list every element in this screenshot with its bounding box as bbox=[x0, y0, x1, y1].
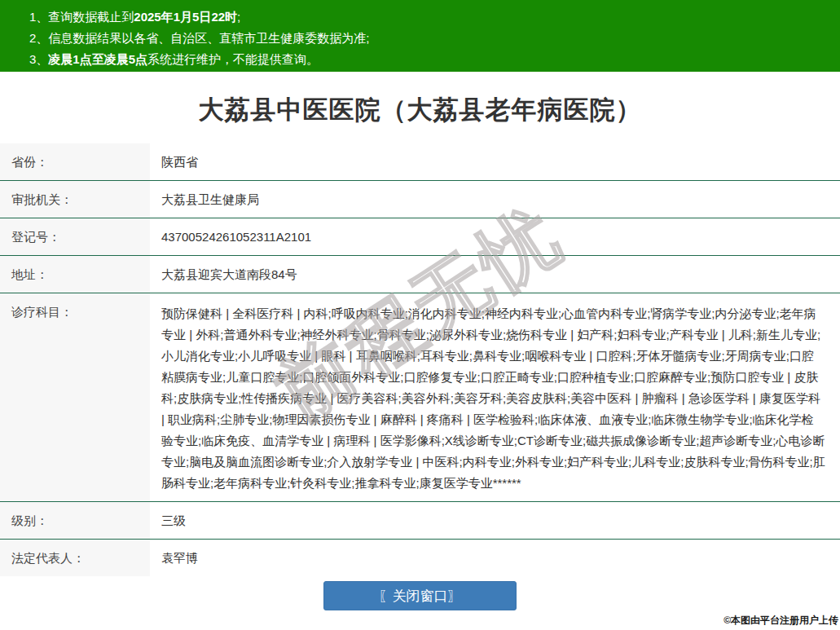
field-label: 登记号： bbox=[0, 218, 150, 255]
upload-caption-watermark: ©本图由平台注册用户上传 bbox=[723, 614, 838, 628]
table-row-treatment-subjects: 诊疗科目： 预防保健科 | 全科医疗科 | 内科;呼吸内科专业;消化内科专业;神… bbox=[0, 293, 840, 502]
field-label: 审批机关： bbox=[0, 181, 150, 218]
table-row-registration-number: 登记号： 43700524261052311A2101 bbox=[0, 218, 840, 256]
field-label: 省份： bbox=[0, 143, 150, 180]
button-area: 〖关闭窗口〗 bbox=[0, 581, 840, 610]
field-value: 袁罕博 bbox=[150, 540, 840, 576]
close-window-button[interactable]: 〖关闭窗口〗 bbox=[323, 581, 517, 610]
notice-1-text: 1、查询数据截止到 bbox=[29, 10, 134, 24]
notice-line-1: 1、查询数据截止到2025年1月5日22时; bbox=[29, 7, 832, 28]
field-label: 诊疗科目： bbox=[0, 293, 150, 501]
notice-bar: 1、查询数据截止到2025年1月5日22时; 2、信息数据结果以各省、自治区、直… bbox=[0, 0, 840, 72]
field-value: 预防保健科 | 全科医疗科 | 内科;呼吸内科专业;消化内科专业;神经内科专业;… bbox=[150, 293, 840, 501]
notice-1-end: ; bbox=[237, 10, 240, 24]
notice-2-text: 2、信息数据结果以各省、自治区、直辖市卫生健康委数据为准; bbox=[29, 31, 370, 45]
field-label: 法定代表人： bbox=[0, 540, 150, 576]
notice-line-3: 3、凌晨1点至凌晨5点系统进行维护，不能提供查询。 bbox=[29, 49, 832, 70]
page-title: 大荔县中医医院（大荔县老年病医院） bbox=[0, 93, 840, 127]
field-label: 地址： bbox=[0, 256, 150, 293]
notice-1-bold: 2025年1月5日22时 bbox=[134, 10, 237, 24]
hospital-info-table: 省份： 陕西省 审批机关： 大荔县卫生健康局 登记号： 437005242610… bbox=[0, 143, 840, 576]
field-value: 大荔县迎宾大道南段84号 bbox=[150, 256, 840, 293]
table-row-approval-authority: 审批机关： 大荔县卫生健康局 bbox=[0, 181, 840, 218]
field-value: 大荔县卫生健康局 bbox=[150, 181, 840, 218]
table-row-level: 级别： 三级 bbox=[0, 502, 840, 540]
table-row-legal-representative: 法定代表人： 袁罕博 bbox=[0, 540, 840, 576]
field-value: 三级 bbox=[150, 502, 840, 539]
field-label: 级别： bbox=[0, 502, 150, 539]
table-row-province: 省份： 陕西省 bbox=[0, 143, 840, 181]
table-row-address: 地址： 大荔县迎宾大道南段84号 bbox=[0, 256, 840, 293]
field-value: 43700524261052311A2101 bbox=[150, 218, 840, 255]
notice-line-2: 2、信息数据结果以各省、自治区、直辖市卫生健康委数据为准; bbox=[29, 28, 832, 49]
notice-3-bold: 凌晨1点至凌晨5点 bbox=[48, 52, 147, 66]
field-value: 陕西省 bbox=[150, 143, 840, 180]
notice-3-end: 系统进行维护，不能提供查询。 bbox=[147, 52, 319, 66]
notice-3-text: 3、 bbox=[29, 52, 48, 66]
